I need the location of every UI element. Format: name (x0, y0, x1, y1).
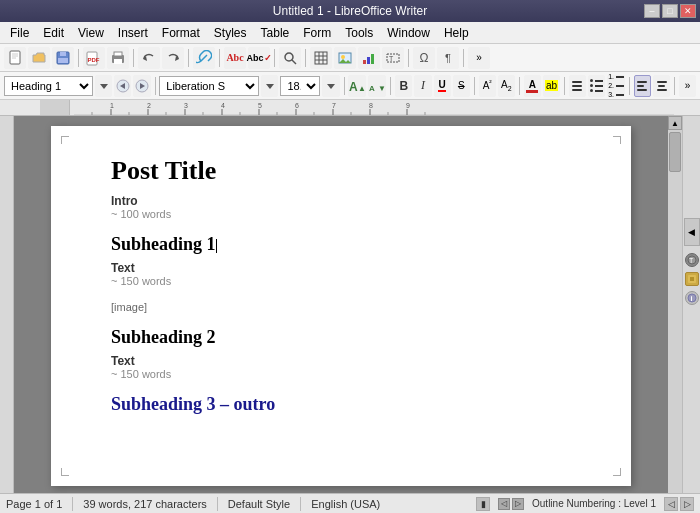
status-separator2 (217, 497, 218, 511)
separator (274, 49, 275, 67)
vertical-scrollbar[interactable]: ▲ (668, 116, 682, 493)
separator (408, 49, 409, 67)
menu-file[interactable]: File (4, 24, 35, 42)
font-size-dropdown-button[interactable] (322, 75, 339, 97)
ordered-list-button[interactable]: 1. 2. 3. (607, 75, 625, 97)
title-bar: Untitled 1 - LibreOffice Writer – □ ✕ (0, 0, 700, 22)
separator (344, 77, 345, 95)
navigator-prev-button[interactable] (114, 75, 131, 97)
underline-button[interactable]: U (434, 75, 451, 97)
svg-text:▲: ▲ (358, 84, 365, 93)
svg-text:T: T (689, 257, 694, 264)
decrease-font-button[interactable]: A▼ (368, 75, 386, 97)
menu-insert[interactable]: Insert (112, 24, 154, 42)
insert-chart-button[interactable] (358, 47, 380, 69)
save-button[interactable] (52, 47, 74, 69)
page-corner-tl (61, 136, 69, 144)
text-flow-controls: ◁ ▷ (498, 498, 524, 510)
menu-window[interactable]: Window (381, 24, 436, 42)
page-info: Page 1 of 1 (6, 498, 62, 510)
paragraph-style[interactable]: Default Style (228, 498, 290, 510)
prev-page-button[interactable]: ◁ (498, 498, 510, 510)
nonprinting-chars-button[interactable]: ¶ (437, 47, 459, 69)
svg-text:9: 9 (406, 102, 410, 109)
intro-hint: ~ 100 words (111, 208, 571, 220)
unordered-list-button[interactable] (588, 75, 605, 97)
info-button[interactable]: i (685, 291, 699, 305)
navigator-next-button[interactable] (133, 75, 150, 97)
align-left-button[interactable] (634, 75, 651, 97)
redo-button[interactable] (162, 47, 184, 69)
align-center-button[interactable] (653, 75, 670, 97)
special-char-button[interactable]: Ω (413, 47, 435, 69)
language[interactable]: English (USA) (311, 498, 380, 510)
scroll-up-button[interactable]: ▲ (668, 116, 682, 130)
subheading3[interactable]: Subheading 3 – outro (111, 394, 571, 415)
highlight-button[interactable]: ab (543, 75, 560, 97)
separator (133, 49, 134, 67)
undo-button[interactable] (138, 47, 160, 69)
menu-styles[interactable]: Styles (208, 24, 253, 42)
strikethrough-button[interactable]: S (453, 75, 470, 97)
superscript-button[interactable]: A² (479, 75, 496, 97)
hyperlink-button[interactable] (193, 47, 215, 69)
close-button[interactable]: ✕ (680, 4, 696, 18)
font-dropdown-button[interactable] (261, 75, 278, 97)
menu-form[interactable]: Form (297, 24, 337, 42)
subscript-button[interactable]: A2 (498, 75, 515, 97)
right-panel: ◀ T i (682, 116, 700, 493)
line-spacing-button[interactable] (569, 75, 586, 97)
italic-button[interactable]: I (414, 75, 431, 97)
maximize-button[interactable]: □ (662, 4, 678, 18)
svg-point-22 (341, 55, 345, 59)
text2-label[interactable]: Text (111, 354, 571, 368)
paragraph-style-select[interactable]: Heading 1 Default Style Heading 2 Headin… (4, 76, 93, 96)
next-page-button[interactable]: ▷ (512, 498, 524, 510)
minimize-button[interactable]: – (644, 4, 660, 18)
font-color-button[interactable]: A (524, 75, 541, 97)
menu-tools[interactable]: Tools (339, 24, 379, 42)
document-title[interactable]: Post Title (111, 156, 571, 186)
scroll-thumb[interactable] (669, 132, 681, 172)
document-area[interactable]: Post Title Intro ~ 100 words Subheading … (14, 116, 668, 493)
panel-collapse-button[interactable]: ◀ (684, 218, 700, 246)
sidebar-toggle-button[interactable]: T (685, 253, 699, 267)
menu-view[interactable]: View (72, 24, 110, 42)
new-button[interactable] (4, 47, 26, 69)
separator (564, 77, 565, 95)
font-name-select[interactable]: Liberation S Liberation Sans Liberation … (159, 76, 259, 96)
insert-table-button[interactable] (310, 47, 332, 69)
word-count: 39 words, 217 characters (83, 498, 207, 510)
open-button[interactable] (28, 47, 50, 69)
insert-image-button[interactable] (334, 47, 356, 69)
separator (674, 77, 675, 95)
text1-label[interactable]: Text (111, 261, 571, 275)
level-decrease-button[interactable]: ◁ (664, 497, 678, 511)
font-size-select[interactable]: 18.2 10 12 14 16 18 24 36 (280, 76, 320, 96)
properties-button[interactable] (685, 272, 699, 286)
more-button[interactable]: » (468, 47, 490, 69)
intro-label[interactable]: Intro (111, 194, 571, 208)
menu-table[interactable]: Table (255, 24, 296, 42)
menu-edit[interactable]: Edit (37, 24, 70, 42)
more-format-button[interactable]: » (679, 75, 696, 97)
menu-help[interactable]: Help (438, 24, 475, 42)
find-button[interactable] (279, 47, 301, 69)
text1-hint: ~ 150 words (111, 275, 571, 287)
menu-format[interactable]: Format (156, 24, 206, 42)
print-button[interactable] (107, 47, 129, 69)
separator (219, 49, 220, 67)
text-box-button[interactable]: T (382, 47, 404, 69)
increase-font-button[interactable]: A▲ (348, 75, 366, 97)
svg-text:T: T (389, 55, 394, 62)
autocorrect-button[interactable]: Abc✓ (248, 47, 270, 69)
bold-button[interactable]: B (395, 75, 412, 97)
selection-mode-button[interactable]: ▮ (476, 497, 490, 511)
styles-dropdown-button[interactable] (95, 75, 112, 97)
level-increase-button[interactable]: ▷ (680, 497, 694, 511)
pdf-export-button[interactable]: PDF (83, 47, 105, 69)
document-page[interactable]: Post Title Intro ~ 100 words Subheading … (51, 126, 631, 486)
subheading1[interactable]: Subheading 1 (111, 234, 571, 255)
subheading2[interactable]: Subheading 2 (111, 327, 571, 348)
spellcheck-button[interactable]: Abc (224, 47, 246, 69)
